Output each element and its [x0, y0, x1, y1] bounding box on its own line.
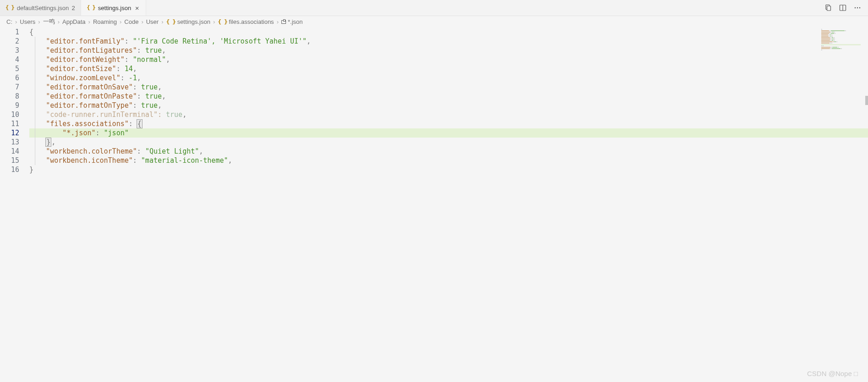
line-number: 1: [0, 28, 29, 37]
line-number: 13: [0, 138, 29, 147]
svg-point-4: [855, 7, 856, 8]
line-number: 4: [0, 55, 29, 64]
json-icon: { }: [166, 18, 176, 25]
breadcrumb-segment[interactable]: Code: [124, 18, 138, 25]
open-changes-icon[interactable]: [824, 4, 832, 12]
line-number: 2: [0, 37, 29, 46]
line-number: 14: [0, 147, 29, 156]
chevron-right-icon: ›: [38, 18, 40, 25]
svg-point-6: [859, 7, 860, 8]
breadcrumb-segment[interactable]: C:: [6, 18, 12, 25]
json-icon: { }: [87, 5, 95, 11]
chevron-right-icon: ›: [15, 18, 17, 25]
code-line[interactable]: "code-runner.runInTerminal": true,: [29, 110, 868, 119]
line-number: 8: [0, 92, 29, 101]
code-editor[interactable]: 12345678910111213141516 { "editor.fontFa…: [0, 27, 868, 382]
more-actions-icon[interactable]: [853, 4, 862, 12]
breadcrumb-segment[interactable]: { } files.associations: [218, 18, 274, 25]
breadcrumb-segment[interactable]: *.json: [281, 18, 303, 25]
code-line[interactable]: "editor.fontLigatures": true,: [29, 46, 868, 55]
split-editor-icon[interactable]: [839, 4, 847, 12]
tab-default-settings[interactable]: { } defaultSettings.json 2: [0, 0, 81, 16]
line-number: 3: [0, 46, 29, 55]
chevron-right-icon: ›: [141, 18, 143, 25]
breadcrumb-segment[interactable]: 一鸣: [43, 17, 55, 26]
code-line[interactable]: "workbench.colorTheme": "Quiet Light",: [29, 147, 868, 156]
code-line[interactable]: {: [29, 28, 868, 37]
json-icon: { }: [218, 18, 227, 25]
code-line[interactable]: "editor.fontFamily": "'Fira Code Retina'…: [29, 37, 868, 46]
line-number: 9: [0, 101, 29, 110]
line-number: 7: [0, 83, 29, 92]
breadcrumb-segment[interactable]: AppData: [62, 18, 86, 25]
line-number: 11: [0, 119, 29, 128]
scrollbar-thumb[interactable]: [865, 96, 868, 105]
string-icon: [281, 20, 286, 24]
line-number: 16: [0, 165, 29, 174]
code-line[interactable]: "workbench.iconTheme": "material-icon-th…: [29, 156, 868, 165]
code-line[interactable]: "editor.formatOnSave": true,: [29, 83, 868, 92]
chevron-right-icon: ›: [58, 18, 60, 25]
code-line[interactable]: "window.zoomLevel": -1,: [29, 73, 868, 83]
line-number: 5: [0, 64, 29, 73]
chevron-right-icon: ›: [88, 18, 90, 25]
code-content[interactable]: { "editor.fontFamily": "'Fira Code Retin…: [29, 27, 868, 382]
breadcrumb: C:›Users›一鸣›AppData›Roaming›Code›User›{ …: [0, 16, 868, 27]
code-line[interactable]: "editor.fontSize": 14,: [29, 64, 868, 73]
code-line[interactable]: }: [29, 165, 868, 174]
breadcrumb-segment[interactable]: { } settings.json: [166, 18, 210, 25]
tab-settings[interactable]: { } settings.json ×: [81, 0, 146, 16]
breadcrumb-segment[interactable]: Roaming: [93, 18, 117, 25]
svg-rect-1: [827, 6, 831, 11]
breadcrumb-segment[interactable]: User: [146, 18, 159, 25]
chevron-right-icon: ›: [161, 18, 163, 25]
line-number-gutter: 12345678910111213141516: [0, 27, 29, 382]
chevron-right-icon: ›: [213, 18, 215, 25]
chevron-right-icon: ›: [277, 18, 279, 25]
line-number: 6: [0, 73, 29, 83]
code-line[interactable]: "editor.formatOnPaste": true,: [29, 92, 868, 101]
minimap[interactable]: [820, 28, 862, 52]
tab-label: defaultSettings.json: [17, 5, 69, 11]
code-line[interactable]: "*.json": "json": [29, 128, 868, 138]
line-number: 10: [0, 110, 29, 119]
tab-label: settings.json: [98, 5, 131, 11]
line-number: 12: [0, 128, 29, 138]
tab-bar: { } defaultSettings.json 2 { } settings.…: [0, 0, 868, 16]
tab-modified-count: 2: [71, 5, 75, 11]
close-icon[interactable]: ×: [134, 5, 140, 11]
line-number: 15: [0, 156, 29, 165]
code-line[interactable]: "files.associations": {: [29, 119, 868, 128]
json-icon: { }: [5, 5, 14, 11]
breadcrumb-segment[interactable]: Users: [20, 18, 35, 25]
svg-point-5: [857, 7, 858, 8]
chevron-right-icon: ›: [120, 18, 121, 25]
code-line[interactable]: "editor.formatOnType": true,: [29, 101, 868, 110]
code-line[interactable]: "editor.fontWeight": "normal",: [29, 55, 868, 64]
code-line[interactable]: },: [29, 138, 868, 147]
